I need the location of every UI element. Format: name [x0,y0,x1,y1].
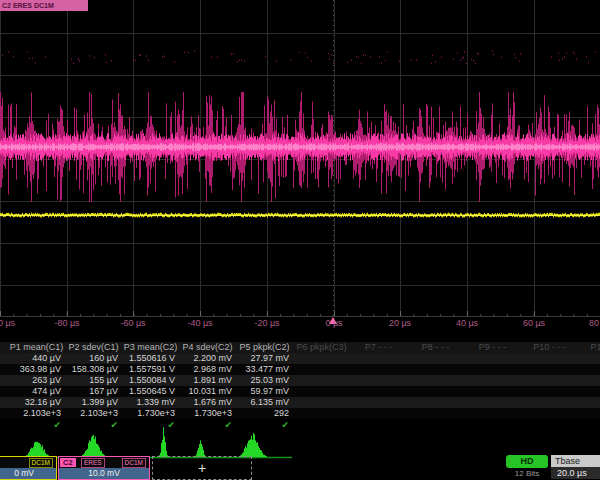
table-row: 474 µV167 µV1.550645 V10.031 mV59.97 mV [0,386,600,397]
histicon-p4 [196,440,206,457]
table-row: 32.16 µV1.399 µV1.339 mV1.676 mV6.135 mV [0,397,600,408]
add-trace-button[interactable]: + [152,456,252,480]
param-value-cell: 440 µV [8,353,61,364]
time-tick-label: 80 µs [578,318,600,328]
param-value-cell: 1.730e+3 [122,408,175,419]
param-value-cell: 27.97 mV [236,353,289,364]
param-value-cell: 158.308 µV [65,364,118,375]
table-row: 263 µV155 µV1.550084 V1.891 mV25.03 mV [0,375,600,386]
param-header-p7[interactable]: P7 - - - [350,342,407,353]
param-value-cell: 155 µV [65,375,118,386]
oscilloscope-screen: C2 ERES DC1M -100 µs-80 µs-60 µs-40 µs-2… [0,0,600,480]
timebase-value: 20.0 µs [551,467,600,479]
param-header-p9[interactable]: P9 - - - [464,342,521,353]
param-value-cell: 1.550084 V [122,375,175,386]
param-header-p10[interactable]: P10 - - - [521,342,578,353]
param-header-p6[interactable]: P6 pkpk(C3) [293,342,350,353]
timebase-title: Tbase [551,455,600,467]
param-value-cell: 263 µV [8,375,61,386]
trace-c1-flat [0,213,600,218]
c1-coupling-badge: DC1M [29,458,53,468]
time-tick-label: 40 µs [445,318,489,328]
param-value-cell: 1.557591 V [122,364,175,375]
channel-descriptor-c1[interactable]: C1 DC1M 0 mV [0,456,57,480]
param-value-cell: 2.968 mV [179,364,232,375]
trace-c2-noise [1,50,600,202]
param-value-cell: 6.135 mV [236,397,289,408]
time-tick-label: 20 µs [378,318,422,328]
c2-scale-value: 10.0 mV [59,468,149,479]
status-check-icon: ✔ [8,419,61,432]
hd-bits-label: 12 Bits [506,469,548,478]
param-header-p2[interactable]: P2 sdev(C1) [65,342,122,353]
param-header-p11[interactable]: P11 - - - [578,342,600,353]
param-value-cell: 363.98 µV [8,364,61,375]
time-tick-label: -20 µs [245,318,289,328]
param-value-cell: 2.200 mV [179,353,232,364]
status-check-icon: ✔ [122,419,175,432]
param-header-p5[interactable]: P5 pkpk(C2) [236,342,293,353]
time-tick-label: -100 µs [0,318,22,328]
table-row: 363.98 µV158.308 µV1.557591 V2.968 mV33.… [0,364,600,375]
timebase-descriptor[interactable]: Tbase 20.0 µs [551,455,600,479]
param-value-cell: 33.477 mV [236,364,289,375]
param-header-p8[interactable]: P8 - - - [407,342,464,353]
param-header-p4[interactable]: P4 sdev(C2) [179,342,236,353]
status-check-row: ✔✔✔✔✔ [0,419,600,432]
status-check-icon: ✔ [179,419,232,432]
param-value-cell: 2.103e+3 [8,408,61,419]
param-value-cell: 1.399 µV [65,397,118,408]
param-header-p1[interactable]: P1 mean(C1) [8,342,65,353]
param-value-cell: 1.730e+3 [179,408,232,419]
param-value-cell: 1.550616 V [122,353,175,364]
hd-mode-badge[interactable]: HD [506,455,548,468]
channel-descriptor-c2[interactable]: C2 ERES DC1M 10.0 mV [58,456,150,480]
param-value-cell: 32.16 µV [8,397,61,408]
time-tick-label: -80 µs [45,318,89,328]
param-value-cell: 292 [236,408,289,419]
time-tick-label: 0 µs [312,318,356,328]
c2-coupling-badge: DC1M [122,458,146,468]
table-header-row: P1 mean(C1)P2 sdev(C1)P3 mean(C2)P4 sdev… [0,342,600,353]
trace-annotation-badge: C2 ERES DC1M [0,0,88,11]
c2-toprow: C2 ERES DC1M [59,457,149,468]
param-value-cell: 1.339 mV [122,397,175,408]
status-check-icon: ✔ [65,419,118,432]
param-value-cell: 1.550645 V [122,386,175,397]
table-row: 2.103e+32.103e+31.730e+31.730e+3292 [0,408,600,419]
param-value-cell: 2.103e+3 [65,408,118,419]
table-row: 440 µV160 µV1.550616 V2.200 mV27.97 mV [0,353,600,364]
histicon-p2 [82,435,106,457]
param-header-p3[interactable]: P3 mean(C2) [122,342,179,353]
c1-toprow: C1 DC1M [0,457,56,468]
param-value-cell: 167 µV [65,386,118,397]
measurement-table: P1 mean(C1)P2 sdev(C1)P3 mean(C2)P4 sdev… [0,342,600,434]
param-value-cell: 1.676 mV [179,397,232,408]
time-tick-label: 60 µs [512,318,556,328]
c2-eres-badge: ERES [81,458,105,468]
param-value-cell: 474 µV [8,386,61,397]
histicon-p1 [26,442,50,457]
param-value-cell: 1.891 mV [179,375,232,386]
histicon-p5 [240,433,267,457]
param-value-cell: 59.97 mV [236,386,289,397]
time-tick-label: -40 µs [178,318,222,328]
c1-scale-value: 0 mV [0,468,56,479]
time-tick-label: -60 µs [111,318,155,328]
param-value-cell: 160 µV [65,353,118,364]
param-value-cell: 25.03 mV [236,375,289,386]
c2-tag: C2 [60,458,76,467]
status-check-icon: ✔ [236,419,289,432]
param-value-cell: 10.031 mV [179,386,232,397]
time-axis: -100 µs-80 µs-60 µs-40 µs-20 µs0 µs20 µs… [0,318,600,331]
